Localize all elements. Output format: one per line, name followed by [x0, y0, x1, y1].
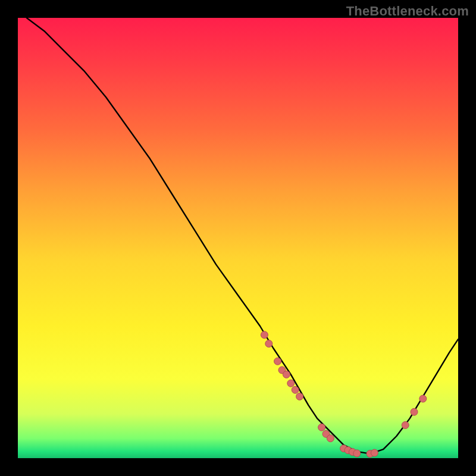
data-marker	[419, 395, 427, 402]
chart-svg	[18, 18, 458, 458]
plot-area	[18, 18, 458, 458]
data-marker	[261, 331, 268, 339]
data-marker	[292, 386, 299, 393]
data-marker	[353, 450, 361, 457]
data-marker	[265, 340, 273, 347]
data-marker	[283, 371, 290, 378]
data-marker	[371, 449, 378, 456]
data-marker	[318, 424, 325, 431]
data-marker	[287, 380, 295, 387]
data-marker	[411, 408, 418, 415]
data-marker	[327, 435, 334, 442]
chart-stage: TheBottleneck.com	[0, 0, 476, 476]
data-marker	[274, 358, 281, 365]
gradient-rect	[18, 18, 458, 458]
watermark-text: TheBottleneck.com	[346, 4, 469, 19]
data-marker	[296, 393, 303, 400]
data-marker	[402, 422, 409, 429]
